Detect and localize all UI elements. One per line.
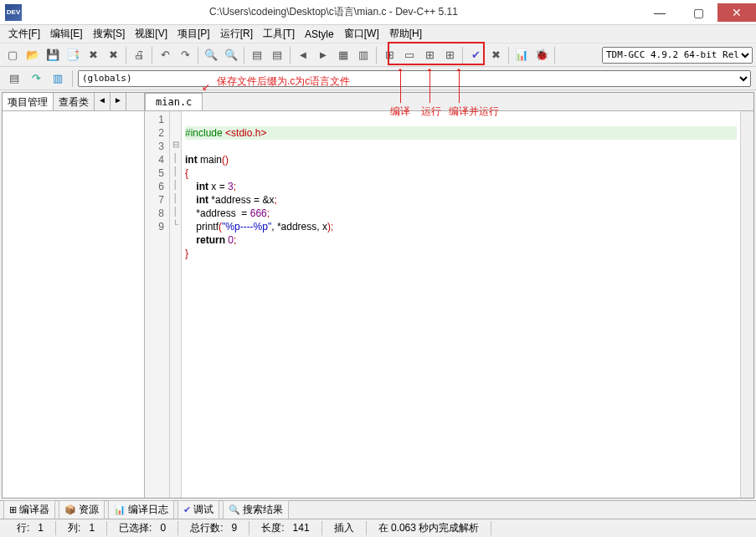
status-selected: 已选择: 0 — [107, 521, 178, 535]
file-tab-mian-c[interactable]: mian.c — [145, 93, 203, 110]
toolbar-separator — [508, 47, 509, 64]
main-toolbar: ▢ 📂 💾 📑 ✖ ✖ 🖨 ↶ ↷ 🔍 🔍 ▤ ▤ ◄ ► ▦ ▥ ⊞ ▭ ⊞ … — [0, 43, 756, 67]
forward-icon[interactable]: ► — [314, 46, 332, 64]
compiler-select[interactable]: TDM-GCC 4.9.2 64-bit Release — [602, 47, 753, 64]
undo-icon[interactable]: ↶ — [156, 46, 174, 64]
open-folder-icon[interactable]: 📂 — [23, 46, 42, 64]
tab-scroll-left-icon[interactable]: ◄ — [95, 93, 111, 110]
grid-icon: ⊞ — [9, 504, 17, 515]
toolbar-separator — [376, 47, 377, 64]
compile-run-icon[interactable]: ⊞ — [420, 46, 439, 64]
secondary-toolbar: ▤ ↷ ▥ (globals) — [0, 67, 756, 90]
toolbar-separator — [72, 70, 73, 87]
close-doc-icon[interactable]: ✖ — [84, 46, 102, 64]
menu-edit[interactable]: 编辑[E] — [45, 25, 88, 43]
bottom-tab-compile-log[interactable]: 📊编译日志 — [108, 500, 174, 519]
fold-minus-icon[interactable]: ⊟ — [170, 140, 181, 153]
menu-search[interactable]: 搜索[S] — [88, 25, 131, 43]
window-title: C:\Users\codeing\Desktop\c语言\mian.c - De… — [27, 5, 640, 19]
status-parse-time: 在 0.063 秒内完成解析 — [367, 521, 492, 535]
menu-astyle[interactable]: AStyle — [300, 27, 339, 42]
editor-area: mian.c 1 2 3 4 5 6 7 8 9 ⊟ │││││└ #inclu… — [145, 93, 753, 498]
bottom-tab-debug[interactable]: ✔调试 — [177, 500, 219, 519]
menu-run[interactable]: 运行[R] — [215, 25, 258, 43]
stop-debug-icon[interactable]: ✖ — [486, 46, 505, 64]
bottom-tab-compiler[interactable]: ⊞编译器 — [3, 500, 55, 519]
goto-line-icon[interactable]: ▤ — [248, 46, 266, 64]
file-tabs: mian.c — [145, 93, 753, 111]
line-number-gutter: 1 2 3 4 5 6 7 8 9 — [145, 111, 170, 498]
goto-class-icon[interactable]: ↷ — [27, 69, 45, 88]
menu-tools[interactable]: 工具[T] — [258, 25, 300, 43]
resource-icon: 📦 — [64, 504, 76, 515]
menu-help[interactable]: 帮助[H] — [384, 25, 427, 43]
bottom-tab-search-result[interactable]: 🔍搜索结果 — [223, 500, 289, 519]
log-icon: 📊 — [114, 504, 126, 515]
titlebar: DEV C:\Users\codeing\Desktop\c语言\mian.c … — [0, 0, 756, 25]
close-all-icon[interactable]: ✖ — [104, 46, 122, 64]
bottom-tabs: ⊞编译器 📦资源 📊编译日志 ✔调试 🔍搜索结果 — [0, 500, 756, 519]
tab-class-view[interactable]: 查看类 — [54, 93, 95, 110]
code-content[interactable]: #include <stdio.h> int main() { int x = … — [182, 111, 740, 498]
status-insert-mode: 插入 — [322, 521, 367, 535]
print-icon[interactable]: 🖨 — [130, 46, 148, 64]
status-line: 行: 1 — [5, 521, 56, 535]
replace-icon[interactable]: 🔍 — [222, 46, 240, 64]
run-icon[interactable]: ▭ — [400, 46, 419, 64]
vertical-scrollbar[interactable] — [740, 111, 753, 498]
toolbar-separator — [244, 47, 244, 64]
profile-icon[interactable]: 📊 — [512, 46, 531, 64]
search-icon: 🔍 — [229, 504, 240, 515]
goto-decl-icon[interactable]: ▥ — [49, 69, 67, 88]
line-number: 1 — [145, 113, 169, 126]
menu-project[interactable]: 项目[P] — [172, 25, 215, 43]
new-class-icon[interactable]: ▤ — [5, 69, 23, 88]
statusbar: 行: 1 列: 1 已选择: 0 总行数: 9 长度: 141 插入 在 0.0… — [0, 519, 756, 537]
line-number: 9 — [145, 220, 169, 233]
menu-view[interactable]: 视图[V] — [130, 25, 172, 43]
delete-profile-icon[interactable]: 🐞 — [532, 46, 551, 64]
toolbar-separator — [554, 47, 555, 64]
new-file-icon[interactable]: ▢ — [3, 46, 22, 64]
minimize-button[interactable]: — — [640, 3, 679, 22]
window-controls: — ▢ ✕ — [640, 3, 756, 22]
back-icon[interactable]: ◄ — [294, 46, 312, 64]
line-number: 3 — [145, 140, 169, 153]
bottom-tab-resource[interactable]: 📦资源 — [59, 500, 105, 519]
menu-file[interactable]: 文件[F] — [3, 25, 45, 43]
check-icon: ✔ — [183, 504, 191, 515]
debug-icon[interactable]: ✔ — [466, 46, 485, 64]
menubar: 文件[F] 编辑[E] 搜索[S] 视图[V] 项目[P] 运行[R] 工具[T… — [0, 25, 756, 43]
pause-icon[interactable]: ▥ — [354, 46, 373, 64]
line-number: 5 — [145, 166, 169, 180]
tab-scroll-right-icon[interactable]: ► — [111, 93, 126, 110]
project-tree[interactable] — [3, 111, 144, 498]
line-number: 4 — [145, 153, 169, 166]
menu-window[interactable]: 窗口[W] — [339, 25, 384, 43]
redo-icon[interactable]: ↷ — [176, 46, 194, 64]
rebuild-all-icon[interactable]: ⊞ — [440, 46, 459, 64]
line-number: 8 — [145, 207, 169, 220]
code-editor[interactable]: 1 2 3 4 5 6 7 8 9 ⊟ │││││└ #include <std… — [145, 111, 753, 498]
toolbar-separator — [290, 47, 291, 64]
save-icon[interactable]: 💾 — [44, 46, 62, 64]
compile-icon[interactable]: ⊞ — [380, 46, 399, 64]
maximize-button[interactable]: ▢ — [679, 3, 717, 22]
status-total-lines: 总行数: 9 — [178, 521, 249, 535]
close-button[interactable]: ✕ — [717, 3, 756, 22]
left-tabs: 项目管理 查看类 ◄ ► — [3, 93, 144, 111]
main-area: 保存文件后缀为.c为c语言文件 ↙ 编译 运行 编译并运行 项目管理 查看类 ◄… — [2, 92, 754, 499]
toolbar-separator — [152, 47, 152, 64]
save-all-icon[interactable]: 📑 — [64, 46, 82, 64]
line-number: 7 — [145, 193, 169, 207]
bookmark-icon[interactable]: ▤ — [268, 46, 286, 64]
line-number: 2 — [145, 126, 169, 140]
toolbar-separator — [198, 47, 198, 64]
tab-project[interactable]: 项目管理 — [3, 93, 54, 110]
left-panel: 项目管理 查看类 ◄ ► — [3, 93, 145, 498]
find-icon[interactable]: 🔍 — [202, 46, 220, 64]
globals-select[interactable]: (globals) — [78, 70, 751, 87]
status-length: 长度: 141 — [249, 521, 321, 535]
stop-icon[interactable]: ▦ — [334, 46, 352, 64]
app-icon: DEV — [5, 4, 22, 21]
